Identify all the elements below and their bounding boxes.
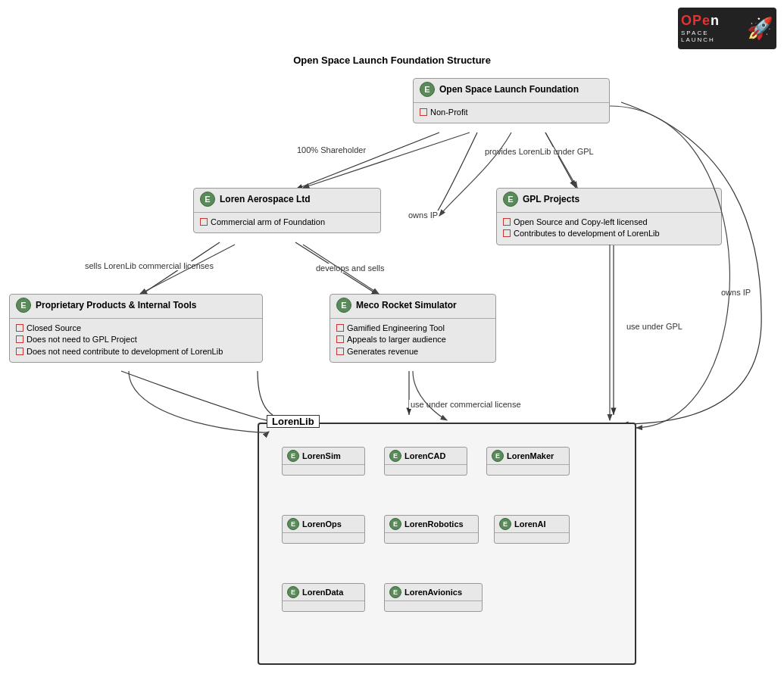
node-foundation-item-icon-0 <box>420 108 427 116</box>
node-meco: E Meco Rocket Simulator Gamified Enginee… <box>330 294 496 363</box>
node-proprietary-title: Proprietary Products & Internal Tools <box>36 300 196 310</box>
mini-lorencad-icon: E <box>389 450 401 462</box>
node-aerospace-item-0: Commercial arm of Foundation <box>200 217 374 228</box>
mini-lorensim-icon: E <box>287 450 299 462</box>
node-proprietary-item-icon-1 <box>16 335 23 343</box>
mini-lorendata-icon: E <box>287 586 299 598</box>
arrow-label-owns-ip-right: owns IP <box>720 288 752 297</box>
node-proprietary-icon: E <box>16 298 31 313</box>
mini-lorenops-icon: E <box>287 518 299 530</box>
node-aerospace-item-icon-0 <box>200 218 208 226</box>
node-meco-item-icon-0 <box>336 324 344 332</box>
node-meco-item-2: Generates revenue <box>336 346 489 357</box>
svg-line-8 <box>545 133 577 188</box>
node-foundation-icon: E <box>420 82 435 97</box>
arrow-label-gpl-provides: provides LorenLib under GPL <box>483 147 595 156</box>
diagram-container: OPen SPACE LAUNCH 🚀 Open Space Launch Fo… <box>0 0 784 680</box>
mini-lorenavionics-icon: E <box>389 586 401 598</box>
svg-line-7 <box>303 133 470 188</box>
mini-node-lorenai: E LorenAI <box>494 515 570 544</box>
mini-lorenavionics-label: LorenAvionics <box>404 588 462 597</box>
node-aerospace-icon: E <box>200 192 215 207</box>
lorenlib-container: LorenLib E LorenSim E LorenCAD E LorenMa… <box>258 423 636 665</box>
node-gpl-item-1: Contributes to development of LorenLib <box>503 228 715 239</box>
mini-lorenmaker-icon: E <box>492 450 504 462</box>
node-proprietary-item-1: Does not need to GPL Project <box>16 334 256 345</box>
node-proprietary-item-icon-0 <box>16 324 23 332</box>
node-loren-aerospace: E Loren Aerospace Ltd Commercial arm of … <box>193 188 381 233</box>
mini-lorenmaker-label: LorenMaker <box>507 451 554 460</box>
node-meco-item-icon-2 <box>336 348 344 355</box>
node-foundation-item-0: Non-Profit <box>420 107 603 118</box>
svg-line-1 <box>295 133 439 189</box>
svg-line-2 <box>545 133 576 188</box>
node-meco-item-1: Appeals to larger audience <box>336 334 489 345</box>
mini-node-lorenrobotics: E LorenRobotics <box>384 515 479 544</box>
node-gpl-item-icon-1 <box>503 229 511 237</box>
node-foundation-title: Open Space Launch Foundation <box>439 84 579 95</box>
mini-lorensim-label: LorenSim <box>302 451 341 460</box>
mini-lorenai-icon: E <box>499 518 511 530</box>
arrow-label-use-gpl: use under GPL <box>625 322 684 331</box>
logo: OPen SPACE LAUNCH 🚀 <box>678 8 776 49</box>
mini-node-lorensim: E LorenSim <box>282 447 365 476</box>
node-gpl-item-0: Open Source and Copy-left licensed <box>503 217 715 228</box>
arrow-label-develops: develops and sells <box>314 264 386 273</box>
node-meco-item-0: Gamified Engineering Tool <box>336 323 489 334</box>
mini-lorenrobotics-icon: E <box>389 518 401 530</box>
node-gpl: E GPL Projects Open Source and Copy-left… <box>496 188 722 245</box>
mini-lorenops-label: LorenOps <box>302 519 342 529</box>
arrow-label-sells: sells LorenLib commercial licenses <box>83 261 215 270</box>
mini-node-lorenops: E LorenOps <box>282 515 365 544</box>
node-meco-item-icon-1 <box>336 335 344 343</box>
arrow-label-commercial-license: use under commercial license <box>409 400 523 409</box>
mini-node-lorendata: E LorenData <box>282 583 365 612</box>
mini-node-lorencad: E LorenCAD <box>384 447 467 476</box>
arrow-label-owns-ip-center: owns IP <box>407 211 439 220</box>
node-gpl-item-icon-0 <box>503 218 511 226</box>
mini-lorencad-label: LorenCAD <box>404 451 445 460</box>
mini-lorenai-label: LorenAI <box>514 519 546 529</box>
mini-node-lorenavionics: E LorenAvionics <box>384 583 483 612</box>
page-title: Open Space Launch Foundation Structure <box>293 55 491 66</box>
mini-node-lorenmaker: E LorenMaker <box>486 447 570 476</box>
mini-lorendata-label: LorenData <box>302 588 343 597</box>
node-aerospace-title: Loren Aerospace Ltd <box>220 194 311 204</box>
node-foundation: E Open Space Launch Foundation Non-Profi… <box>413 78 610 123</box>
mini-lorenrobotics-label: LorenRobotics <box>404 519 464 529</box>
node-gpl-icon: E <box>503 192 518 207</box>
node-proprietary-item-0: Closed Source <box>16 323 256 334</box>
node-gpl-title: GPL Projects <box>523 194 579 204</box>
node-proprietary-item-icon-2 <box>16 348 23 355</box>
node-meco-icon: E <box>336 298 351 313</box>
node-proprietary: E Proprietary Products & Internal Tools … <box>9 294 263 363</box>
arrow-label-shareholder: 100% Shareholder <box>295 145 367 154</box>
node-proprietary-item-2: Does not need contribute to development … <box>16 346 256 357</box>
node-meco-title: Meco Rocket Simulator <box>356 300 457 310</box>
lorenlib-title: LorenLib <box>267 415 320 428</box>
